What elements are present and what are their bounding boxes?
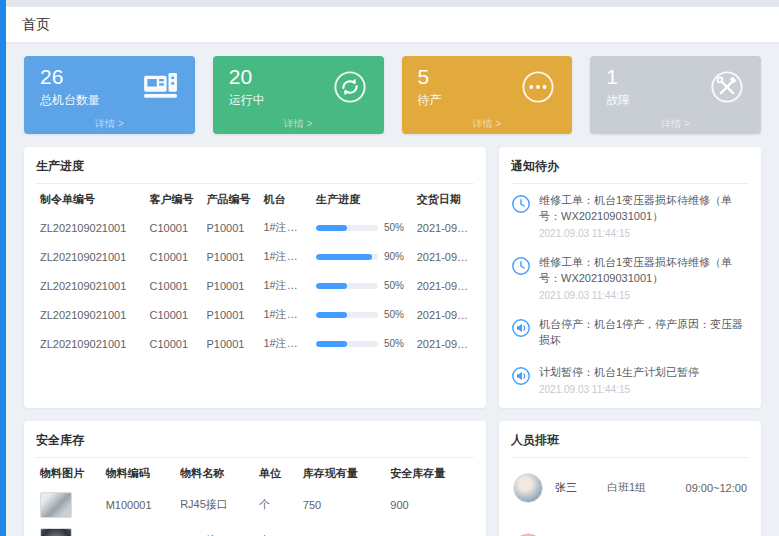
progress-bar [316,225,378,231]
page-title: 首页 [22,16,50,34]
col-header: 机台 [259,184,312,213]
left-accent-bar [0,0,6,536]
col-header: 物料图片 [36,458,102,487]
stat-card-total-machines[interactable]: 26 总机台数量 详情 > [24,56,195,134]
stat-card-waiting[interactable]: 5 待产 详情 > [402,56,573,134]
card-detail-link[interactable]: 详情 > [24,114,195,134]
content: 26 总机台数量 详情 > [6,43,779,536]
notification-item[interactable]: 维修工单：机台1变压器损坏待维修（单号：WX202109031001） 2021… [511,246,749,308]
running-icon [332,69,368,105]
stat-card-fault[interactable]: 1 故障 详情 > [590,56,761,134]
progress-bar [316,254,378,260]
notification-item[interactable]: 机台停产：机台1停产，停产原因：变压器损坏 [511,308,749,356]
person-name: 张三 [555,480,607,495]
inventory-table: 物料图片 物料编码 物料名称 单位 库存现有量 安全库存量 M100001 RJ… [36,458,474,536]
notification-text: 维修工单：机台1变压器损坏待维修（单号：WX202109031001） [539,255,749,287]
avatar [513,473,543,503]
schedule-row: 李四 白班2组 12:00~16:00 [511,518,749,536]
tools-icon [709,69,745,105]
stat-label: 故障 [606,92,630,109]
progress-bar [316,283,378,289]
stat-value: 1 [606,65,630,88]
table-row: M100001 RJ45接口 个 750 900 [36,487,474,523]
col-header: 库存现有量 [299,458,387,487]
panel-title: 生产进度 [36,156,474,184]
speaker-icon [511,318,531,338]
panel-title: 通知待办 [511,156,749,184]
col-header: 制令单编号 [36,184,146,213]
machine-icon [143,69,179,105]
col-header: 安全库存量 [386,458,474,487]
clock-icon [511,194,531,214]
col-header: 产品编号 [202,184,259,213]
stat-label: 待产 [418,92,442,109]
notification-item[interactable]: 计划暂停：机台1生产计划已暂停 2021.09.03 11:44:15 [511,356,749,402]
progress-value: 50% [384,338,404,349]
table-row: ZL202109021001 C10001 P10001 1#注塑机 50% 2… [36,271,474,300]
table-row: ZL202109021001 C10001 P10001 1#注塑机 50% 2… [36,300,474,329]
person-time: 09:00~12:00 [686,482,747,494]
stat-label: 运行中 [229,92,265,109]
notification-time: 2021.09.03 11:44:15 [539,228,749,239]
notification-time: 2021.09.03 11:44:15 [539,290,749,301]
stat-label: 总机台数量 [40,92,100,109]
notifications-panel: 通知待办 维修工单：机台1变压器损坏待维修（单号：WX202109031001）… [499,147,761,408]
safety-inventory-panel: 安全库存 物料图片 物料编码 物料名称 单位 库存现有量 安全库存量 [24,421,486,536]
progress-bar [316,312,378,318]
col-header: 生产进度 [312,184,413,213]
table-row: ZL202109021001 C10001 P10001 1#注塑机 90% 2… [36,242,474,271]
production-table: 制令单编号 客户编号 产品编号 机台 生产进度 交货日期 ZL202109021… [36,184,474,358]
stat-value: 5 [418,65,442,88]
card-detail-link[interactable]: 详情 > [402,114,573,134]
personnel-schedule-panel: 人员排班 张三 白班1组 09:00~12:00 李四 白班2组 12:00~1… [499,421,761,536]
ellipsis-icon [520,69,556,105]
card-detail-link[interactable]: 详情 > [213,114,384,134]
schedule-row: 张三 白班1组 09:00~12:00 [511,458,749,518]
page-header: 首页 [6,7,779,43]
stat-card-running[interactable]: 20 运行中 详情 > [213,56,384,134]
col-header: 物料名称 [176,458,255,487]
speaker-icon [511,366,531,386]
person-shift: 白班1组 [607,480,671,495]
material-image [40,528,72,536]
main-grid: 生产进度 制令单编号 客户编号 产品编号 机台 生产进度 交货日期 ZL2021 [24,147,761,536]
production-progress-panel: 生产进度 制令单编号 客户编号 产品编号 机台 生产进度 交货日期 ZL2021 [24,147,486,408]
table-row: ZL202109021001 C10001 P10001 1#注塑机 50% 2… [36,329,474,358]
notification-item[interactable]: 维修工单：机台1变压器损坏待维修（单号：WX202109031001） 2021… [511,184,749,246]
stat-value: 26 [40,65,100,88]
table-row: M100001 RJ45接口 个 750 900 [36,523,474,536]
panel-title: 安全库存 [36,430,474,458]
col-header: 交货日期 [413,184,474,213]
avatar [513,533,543,536]
notification-text: 机台停产：机台1停产，停产原因：变压器损坏 [539,317,749,349]
notification-time: 2021.09.03 11:44:15 [539,384,699,395]
table-row: ZL202109021001 C10001 P10001 1#注塑机 50% 2… [36,213,474,242]
progress-value: 50% [384,222,404,233]
progress-value: 90% [384,251,404,262]
material-image [40,492,72,518]
notification-text: 维修工单：机台1变压器损坏待维修（单号：WX202109031001） [539,193,749,225]
notification-text: 计划暂停：机台1生产计划已暂停 [539,365,699,381]
stat-value: 20 [229,65,265,88]
progress-value: 50% [384,309,404,320]
progress-bar [316,341,378,347]
col-header: 客户编号 [146,184,203,213]
clock-icon [511,256,531,276]
progress-value: 50% [384,280,404,291]
col-header: 单位 [255,458,299,487]
panel-title: 人员排班 [511,430,749,458]
col-header: 物料编码 [102,458,176,487]
stat-cards: 26 总机台数量 详情 > [24,56,761,134]
card-detail-link[interactable]: 详情 > [590,114,761,134]
top-strip [6,0,779,7]
